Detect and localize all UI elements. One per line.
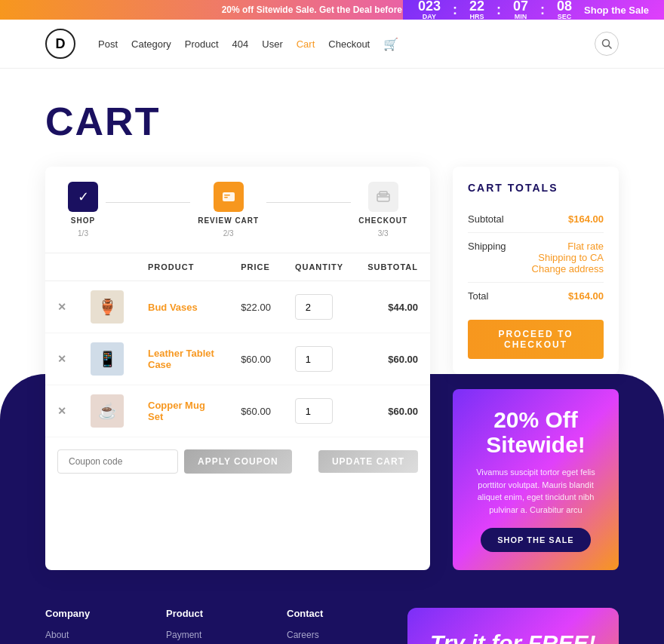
- nav-category[interactable]: Category: [131, 38, 171, 50]
- step-shop: ✓ SHOP 1/3: [68, 182, 98, 238]
- page-title: CART: [45, 99, 619, 144]
- site-logo[interactable]: D: [45, 29, 75, 59]
- total-value: $164.00: [568, 290, 604, 302]
- nav-user[interactable]: User: [262, 38, 282, 50]
- main-content: CART ✓ SHOP 1/3: [0, 69, 664, 570]
- product-subtotal-1: $44.00: [355, 281, 430, 333]
- footer-col-company-title: Company: [45, 608, 136, 619]
- update-cart-button[interactable]: UPDATE CART: [318, 450, 418, 473]
- cart-totals-title: CART TOTALS: [468, 182, 604, 194]
- subtotal-label: Subtotal: [468, 213, 504, 225]
- step-shop-num: 1/3: [78, 229, 88, 238]
- step-review: REVIEW CART 2/3: [198, 182, 259, 238]
- subtotal-value: $164.00: [568, 213, 604, 225]
- step-shop-icon: ✓: [68, 182, 98, 212]
- col-price: PRICE: [229, 253, 283, 281]
- apply-coupon-button[interactable]: APPLY COUPON: [184, 449, 292, 474]
- promo-button[interactable]: SHOP THE SALE: [481, 528, 590, 552]
- col-img: [78, 253, 136, 281]
- total-row: Total $164.00: [468, 283, 604, 309]
- footer-col-product: Product Payment Delivery Returns Terms: [166, 608, 257, 644]
- nav-cart[interactable]: Cart: [297, 38, 315, 50]
- product-thumb-3: ☕: [91, 394, 124, 428]
- footer-col-contact: Contact Careers Contact Guidelines: [287, 608, 377, 644]
- step-checkout-num: 3/3: [378, 229, 389, 238]
- step-shop-label: SHOP: [71, 216, 95, 225]
- remove-item-2[interactable]: ✕: [57, 353, 66, 365]
- footer-link-careers[interactable]: Careers: [287, 630, 377, 640]
- main-nav: D Post Category Product 404 User Cart Ch…: [0, 20, 664, 69]
- qty-input-3[interactable]: [295, 398, 333, 424]
- table-row: ✕ 🏺 Bud Vases $22.00 $44.00: [45, 281, 430, 333]
- qty-input-1[interactable]: [295, 294, 333, 320]
- content-row: ✓ SHOP 1/3 REVIEW CART 2/3: [45, 167, 619, 570]
- product-name-1[interactable]: Bud Vases: [148, 302, 198, 313]
- flat-rate-link[interactable]: Flat rate: [532, 241, 604, 252]
- shipping-options: Flat rate Shipping to CA Change address: [532, 241, 604, 274]
- step-checkout-icon: [368, 182, 398, 212]
- col-subtotal: SUBTOTAL: [355, 253, 430, 281]
- step-line-1: [106, 202, 190, 203]
- footer: Company About Our Story Blog Help Produc…: [0, 570, 664, 644]
- product-thumb-2: 📱: [91, 342, 124, 376]
- step-line-2: [266, 202, 351, 203]
- nav-post[interactable]: Post: [98, 38, 118, 50]
- countdown-hours: 22 Hrs: [469, 0, 484, 20]
- promo-text: Vivamus suscipit tortor eget felis portt…: [468, 466, 604, 516]
- svg-line-1: [609, 46, 612, 49]
- product-name-3[interactable]: Copper Mug Set: [148, 400, 205, 422]
- subtotal-row: Subtotal $164.00: [468, 206, 604, 233]
- shop-sale-link[interactable]: Shop the Sale: [584, 5, 649, 16]
- nav-checkout[interactable]: Checkout: [328, 38, 370, 50]
- footer-col-contact-title: Contact: [287, 608, 377, 619]
- proceed-checkout-button[interactable]: PROCEED TO CHECKOUT: [468, 320, 604, 359]
- shipping-row: Shipping Flat rate Shipping to CA Change…: [468, 233, 604, 283]
- cart-main-panel: ✓ SHOP 1/3 REVIEW CART 2/3: [45, 167, 430, 570]
- trial-box: Try it for FREE! Lorem ipsum dolor sit a…: [407, 608, 619, 644]
- total-label: Total: [468, 290, 488, 302]
- coupon-input[interactable]: [57, 449, 178, 474]
- nav-404[interactable]: 404: [232, 38, 249, 50]
- remove-item-1[interactable]: ✕: [57, 301, 66, 313]
- coupon-left: APPLY COUPON: [57, 449, 292, 474]
- footer-col-product-title: Product: [166, 608, 257, 619]
- shipping-to-link[interactable]: Shipping to CA: [532, 252, 604, 263]
- trial-title: Try it for FREE!: [430, 630, 596, 644]
- nav-product[interactable]: Product: [185, 38, 219, 50]
- countdown-minutes: 07 Min: [513, 0, 528, 20]
- change-address-link[interactable]: Change address: [532, 263, 604, 274]
- search-button[interactable]: [595, 32, 619, 56]
- search-icon: [601, 38, 612, 49]
- step-review-label: REVIEW CART: [198, 216, 259, 225]
- shipping-label: Shipping: [468, 241, 506, 252]
- product-subtotal-2: $60.00: [355, 333, 430, 385]
- product-subtotal-3: $60.00: [355, 385, 430, 437]
- product-price-2: $60.00: [229, 333, 283, 385]
- remove-item-3[interactable]: ✕: [57, 405, 66, 417]
- cart-sidebar: CART TOTALS Subtotal $164.00 Shipping Fl…: [453, 167, 619, 570]
- svg-rect-2: [223, 192, 235, 201]
- countdown-bar: 023 Day : 22 Hrs : 07 Min : 08 Sec Shop …: [403, 0, 664, 20]
- cart-table: PRODUCT PRICE QUANTITY SUBTOTAL ✕ 🏺 Bud …: [45, 253, 430, 437]
- footer-link-about[interactable]: About: [45, 630, 136, 640]
- qty-input-2[interactable]: [295, 346, 333, 372]
- col-qty: QUANTITY: [283, 253, 355, 281]
- step-checkout-label: CHECKOUT: [358, 216, 407, 225]
- promo-title: 20% Off Sitewide!: [468, 407, 604, 457]
- countdown-days: 023 Day: [418, 0, 441, 20]
- table-row: ✕ ☕ Copper Mug Set $60.00 $60.00: [45, 385, 430, 437]
- product-price-3: $60.00: [229, 385, 283, 437]
- cart-icon[interactable]: 🛒: [383, 37, 398, 51]
- product-name-2[interactable]: Leather Tablet Case: [148, 348, 214, 370]
- product-thumb-1: 🏺: [91, 290, 124, 324]
- col-product: PRODUCT: [136, 253, 229, 281]
- footer-col-company: Company About Our Story Blog Help: [45, 608, 136, 644]
- step-checkout: CHECKOUT 3/3: [358, 182, 407, 238]
- step-review-icon: [214, 182, 244, 212]
- svg-rect-4: [224, 197, 228, 198]
- top-banner: 20% off Sitewide Sale. Get the Deal befo…: [0, 0, 664, 20]
- footer-link-payment[interactable]: Payment: [166, 630, 257, 640]
- footer-top: Company About Our Story Blog Help Produc…: [45, 608, 619, 644]
- promo-box: 20% Off Sitewide! Vivamus suscipit torto…: [453, 389, 619, 570]
- cart-steps: ✓ SHOP 1/3 REVIEW CART 2/3: [45, 167, 430, 253]
